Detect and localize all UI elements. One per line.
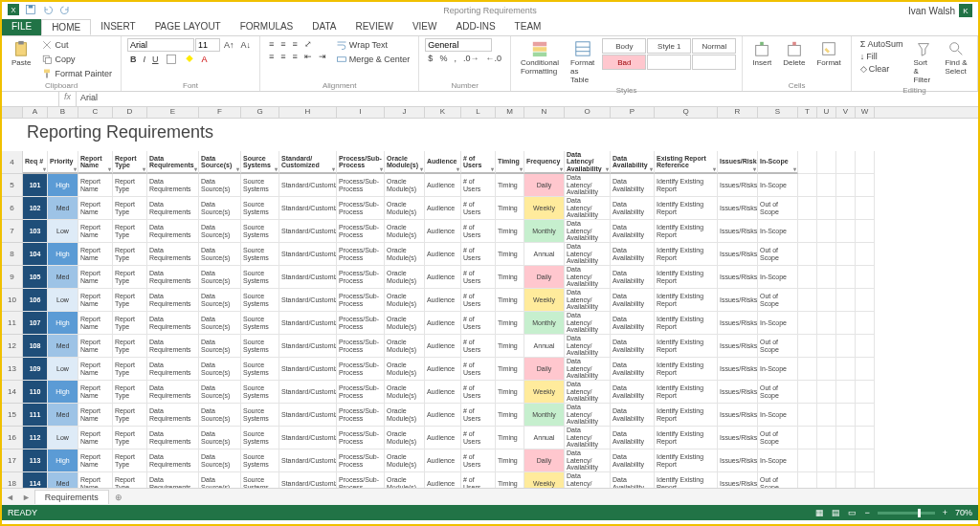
- table-header-cell[interactable]: Oracle Module(s): [385, 151, 425, 174]
- format-cells-button[interactable]: Format: [813, 38, 844, 69]
- column-header[interactable]: H: [279, 107, 337, 118]
- percent-button[interactable]: %: [436, 53, 450, 64]
- table-cell[interactable]: Data Requirements: [147, 404, 199, 427]
- table-cell[interactable]: Report Type: [113, 404, 147, 427]
- table-header-cell[interactable]: Priority: [48, 151, 78, 174]
- table-cell[interactable]: Audience: [425, 472, 461, 488]
- table-cell[interactable]: Data Requirements: [147, 289, 199, 312]
- table-cell[interactable]: Timing: [496, 472, 524, 488]
- table-cell[interactable]: Identify Existing Report: [655, 472, 718, 488]
- table-cell[interactable]: Data Latency/ Availability: [565, 312, 611, 335]
- style-cell[interactable]: [647, 55, 691, 70]
- table-cell[interactable]: [856, 449, 875, 472]
- table-cell[interactable]: [817, 243, 836, 266]
- currency-button[interactable]: $: [425, 53, 435, 64]
- table-cell[interactable]: Data Latency/ Availability: [565, 404, 611, 427]
- find-select-button[interactable]: Find & Select: [941, 38, 971, 77]
- table-cell[interactable]: Source Systems: [241, 197, 279, 220]
- table-cell[interactable]: Data Latency/ Availability: [565, 220, 611, 243]
- table-cell[interactable]: Data Availability: [611, 220, 655, 243]
- table-cell[interactable]: # of Users: [461, 449, 496, 472]
- table-cell[interactable]: Oracle Module(s): [385, 266, 425, 289]
- copy-button[interactable]: Copy: [38, 53, 115, 66]
- table-cell[interactable]: Report Name: [78, 449, 113, 472]
- align-right-button[interactable]: ≡: [290, 51, 301, 62]
- table-cell[interactable]: Issues/Risks: [718, 449, 758, 472]
- table-cell[interactable]: Identify Existing Report: [655, 335, 718, 358]
- table-cell[interactable]: Oracle Module(s): [385, 381, 425, 404]
- table-header-cell[interactable]: Timing: [496, 151, 524, 174]
- table-cell[interactable]: Weekly: [524, 472, 565, 488]
- table-cell[interactable]: Issues/Risks: [718, 312, 758, 335]
- column-header[interactable]: S: [758, 107, 798, 118]
- table-cell[interactable]: Report Type: [113, 472, 147, 488]
- table-cell[interactable]: Report Name: [78, 243, 113, 266]
- table-cell[interactable]: Standard/Customized: [279, 197, 337, 220]
- zoom-slider[interactable]: [878, 512, 935, 515]
- table-cell[interactable]: In-Scope: [758, 312, 798, 335]
- column-header[interactable]: K: [425, 107, 461, 118]
- table-cell[interactable]: # of Users: [461, 472, 496, 488]
- column-header[interactable]: L: [461, 107, 496, 118]
- table-cell[interactable]: Data Source(s): [199, 335, 241, 358]
- name-box[interactable]: [2, 92, 59, 106]
- table-cell[interactable]: Daily: [524, 266, 565, 289]
- table-cell[interactable]: Audience: [425, 243, 461, 266]
- fx-icon[interactable]: fx: [59, 92, 77, 106]
- column-header[interactable]: T: [798, 107, 817, 118]
- table-cell[interactable]: Source Systems: [241, 404, 279, 427]
- table-cell[interactable]: 104: [23, 243, 48, 266]
- table-cell[interactable]: Data Latency/ Availability: [565, 174, 611, 197]
- style-cell[interactable]: [692, 55, 736, 70]
- row-header[interactable]: 4: [2, 151, 23, 174]
- table-cell[interactable]: Data Availability: [611, 174, 655, 197]
- ribbon-tab-formulas[interactable]: FORMULAS: [231, 19, 303, 35]
- table-cell[interactable]: Process/Sub-Process: [337, 381, 385, 404]
- zoom-out-button[interactable]: −: [864, 508, 869, 517]
- row-header[interactable]: 5: [2, 174, 23, 197]
- border-button[interactable]: [163, 53, 180, 66]
- table-cell[interactable]: Data Latency/ Availability: [565, 472, 611, 488]
- table-cell[interactable]: [836, 220, 856, 243]
- table-cell[interactable]: Audience: [425, 449, 461, 472]
- table-cell[interactable]: # of Users: [461, 197, 496, 220]
- table-cell[interactable]: [798, 449, 817, 472]
- table-cell[interactable]: Process/Sub-Process: [337, 472, 385, 488]
- view-page-break-icon[interactable]: ▭: [848, 508, 857, 517]
- ribbon-tab-review[interactable]: REVIEW: [345, 19, 402, 35]
- table-cell[interactable]: Oracle Module(s): [385, 449, 425, 472]
- table-cell[interactable]: Standard/Customized: [279, 220, 337, 243]
- add-sheet-button[interactable]: ⊕: [109, 493, 128, 502]
- cell-styles-gallery[interactable]: BodyStyle 1NormalBad: [602, 38, 736, 70]
- table-cell[interactable]: Process/Sub-Process: [337, 427, 385, 449]
- table-cell[interactable]: In-Scope: [758, 449, 798, 472]
- row-header[interactable]: 14: [2, 381, 23, 404]
- underline-button[interactable]: U: [149, 54, 162, 65]
- table-cell[interactable]: [836, 358, 856, 381]
- table-header-cell[interactable]: Standard/ Customized: [279, 151, 337, 174]
- align-top-button[interactable]: ≡: [266, 38, 277, 50]
- table-cell[interactable]: Data Availability: [611, 404, 655, 427]
- table-cell[interactable]: [817, 381, 836, 404]
- table-header-cell[interactable]: Data Requirements: [147, 151, 199, 174]
- table-cell[interactable]: [856, 197, 875, 220]
- increase-decimal-button[interactable]: .0→: [460, 53, 482, 64]
- table-cell[interactable]: Identify Existing Report: [655, 312, 718, 335]
- table-cell[interactable]: Timing: [496, 381, 524, 404]
- table-cell[interactable]: [836, 381, 856, 404]
- table-cell[interactable]: 110: [23, 381, 48, 404]
- table-cell[interactable]: Report Name: [78, 381, 113, 404]
- table-cell[interactable]: Source Systems: [241, 381, 279, 404]
- table-cell[interactable]: Data Requirements: [147, 472, 199, 488]
- table-cell[interactable]: Issues/Risks: [718, 243, 758, 266]
- table-cell[interactable]: Report Type: [113, 174, 147, 197]
- table-cell[interactable]: [817, 358, 836, 381]
- clear-button[interactable]: ◇ Clear: [858, 63, 906, 75]
- table-cell[interactable]: [817, 174, 836, 197]
- table-cell[interactable]: In-Scope: [758, 404, 798, 427]
- conditional-formatting-button[interactable]: Conditional Formatting: [517, 38, 563, 77]
- italic-button[interactable]: I: [141, 54, 149, 65]
- table-cell[interactable]: Oracle Module(s): [385, 335, 425, 358]
- table-cell[interactable]: Audience: [425, 381, 461, 404]
- table-cell[interactable]: Weekly: [524, 381, 565, 404]
